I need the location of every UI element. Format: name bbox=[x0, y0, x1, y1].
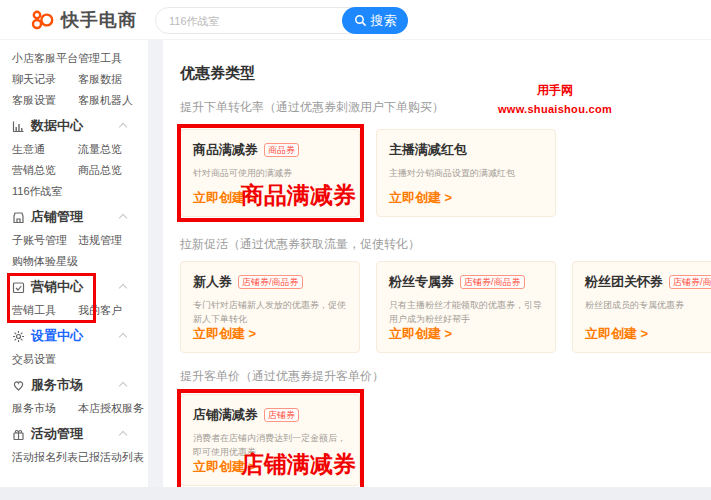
sidebar-item-cs-settings[interactable]: 客服设置 bbox=[12, 90, 56, 111]
sidebar-item-marketing-tools[interactable]: 营销工具 bbox=[12, 300, 56, 321]
red-annotation-text: 商品满减券 bbox=[241, 180, 356, 211]
sidebar-section-label: 服务市场 bbox=[31, 374, 83, 396]
sidebar-item-my-customers[interactable]: 我的客户 bbox=[78, 300, 122, 321]
card-desc: 专门针对店铺新人发放的优惠券，促使新人下单转化 bbox=[193, 298, 347, 326]
sidebar-item-authorized-services[interactable]: 本店授权服务 bbox=[78, 398, 144, 419]
chevron-up-icon bbox=[119, 382, 127, 390]
sidebar-group-settings-center: 设置中心 交易设置 bbox=[0, 325, 148, 370]
create-now-link[interactable]: 立即创建 > bbox=[193, 458, 256, 476]
top-header: 快手电商 搜索 bbox=[0, 0, 711, 40]
app-title: 快手电商 bbox=[61, 8, 137, 32]
search-box: 搜索 bbox=[155, 7, 407, 34]
sidebar-section-service-market[interactable]: 服务市场 bbox=[0, 374, 148, 396]
card-title: 新人券 bbox=[193, 273, 232, 291]
app-logo[interactable]: 快手电商 bbox=[30, 8, 137, 32]
coupon-type-tag: 店铺券/商品券 bbox=[669, 275, 711, 289]
sidebar-group-data-center: 数据中心 生意通流量总览 营销总览商品总览 116作战室 bbox=[0, 115, 148, 202]
sidebar-section-activity-management[interactable]: 活动管理 bbox=[0, 423, 148, 445]
sidebar-item-trade-settings[interactable]: 交易设置 bbox=[12, 349, 56, 370]
create-now-link[interactable]: 立即创建 > bbox=[585, 325, 648, 343]
sidebar-section-settings-center[interactable]: 设置中心 bbox=[0, 325, 148, 347]
sidebar-section-marketing-center[interactable]: 营销中心 bbox=[0, 276, 148, 298]
watermark-line1: 用手网 bbox=[490, 82, 620, 99]
search-button[interactable]: 搜索 bbox=[342, 7, 408, 34]
sidebar-item-cs-data[interactable]: 客服数据 bbox=[78, 69, 122, 90]
card-row-acquisition: 新人券 店铺券/商品券 专门针对店铺新人发放的优惠券，促使新人下单转化 立即创建… bbox=[180, 261, 711, 353]
sidebar-group-customer-service: 小店客服平台管理工具 聊天记录客服数据 客服设置客服机器人 bbox=[0, 48, 148, 111]
card-fanclub-care-coupon: 粉丝团关怀券 店铺券/商品券 粉丝团成员的专属优惠券 立即创建 > bbox=[572, 261, 711, 353]
chevron-up-icon bbox=[119, 333, 127, 341]
card-shop-full-discount: 店铺满减券 店铺券 消费者在店铺内消费达到一定金额后，即可使用优惠券 立即创建 … bbox=[180, 394, 360, 486]
kuaishou-logo-icon bbox=[30, 8, 54, 32]
sidebar-item-cs-robot[interactable]: 客服机器人 bbox=[78, 90, 133, 111]
app-window: 快手电商 搜索 小店客服平台管理工具 聊天记录客服数据 客服设置客服机器人 bbox=[0, 0, 711, 500]
card-title: 主播满减红包 bbox=[389, 141, 467, 159]
card-title: 商品满减券 bbox=[193, 141, 258, 159]
sidebar-section-data-center[interactable]: 数据中心 bbox=[0, 115, 148, 137]
card-title: 店铺满减券 bbox=[193, 406, 258, 424]
sidebar-item-violation-mgmt[interactable]: 违规管理 bbox=[78, 230, 122, 251]
heart-icon bbox=[12, 378, 25, 391]
sidebar-main-divider bbox=[148, 40, 163, 487]
section-label-conversion: 提升下单转化率（通过优惠券刺激用户下单购买） bbox=[180, 99, 711, 116]
card-body[interactable]: 主播满减红包 主播对分销商品设置的满减红包 立即创建 > bbox=[376, 129, 556, 217]
main-content: 优惠券类型 用手网 www.shuaishou.com 提升下单转化率（通过优惠… bbox=[163, 40, 711, 487]
chevron-up-icon bbox=[119, 214, 127, 222]
section-label-acquisition: 拉新促活（通过优惠券获取流量，促使转化） bbox=[180, 236, 711, 253]
coupon-type-tag: 店铺券/商品券 bbox=[238, 275, 303, 289]
gear-icon bbox=[12, 329, 25, 342]
coupon-type-tag: 商品券 bbox=[264, 143, 299, 157]
sidebar-item-chat-history[interactable]: 聊天记录 bbox=[12, 69, 56, 90]
sidebar-item-activity-signup-list[interactable]: 活动报名列表 bbox=[12, 447, 78, 468]
sidebar-item-shengyitong[interactable]: 生意通 bbox=[12, 139, 45, 160]
sidebar-section-label: 数据中心 bbox=[31, 115, 83, 137]
page-title: 优惠券类型 bbox=[180, 64, 711, 83]
coupon-type-tag: 店铺券/商品券 bbox=[460, 275, 525, 289]
card-newcomer-coupon: 新人券 店铺券/商品券 专门针对店铺新人发放的优惠券，促使新人下单转化 立即创建… bbox=[180, 261, 360, 353]
sidebar-item-marketing-overview[interactable]: 营销总览 bbox=[12, 160, 56, 181]
sidebar-item-admin-tools[interactable]: 管理工具 bbox=[78, 48, 122, 69]
sidebar-item-shopping-experience[interactable]: 购物体验星级 bbox=[12, 251, 78, 272]
card-title: 粉丝专属券 bbox=[389, 273, 454, 291]
sidebar-section-label: 营销中心 bbox=[31, 276, 83, 298]
sidebar-group-service-market: 服务市场 服务市场本店授权服务 bbox=[0, 374, 148, 419]
card-body[interactable]: 新人券 店铺券/商品券 专门针对店铺新人发放的优惠券，促使新人下单转化 立即创建… bbox=[180, 261, 360, 353]
card-desc: 只有主播粉丝才能领取的优惠券，引导用户成为粉丝好帮手 bbox=[389, 298, 543, 326]
chevron-up-icon bbox=[119, 123, 127, 131]
coupon-type-tag: 店铺券 bbox=[264, 408, 299, 422]
card-row-conversion: 商品满减券 商品券 针对商品可使用的满减券 立即创建 > 商品满减券 主播满减红… bbox=[180, 129, 711, 217]
sidebar-section-shop-management[interactable]: 店铺管理 bbox=[0, 206, 148, 228]
gift-icon bbox=[12, 427, 25, 440]
card-body[interactable]: 店铺满减券 店铺券 消费者在店铺内消费达到一定金额后，即可使用优惠券 立即创建 … bbox=[180, 394, 360, 486]
create-now-link[interactable]: 立即创建 > bbox=[193, 189, 256, 207]
sidebar-group-activity-management: 活动管理 活动报名列表已报活动列表 bbox=[0, 423, 148, 468]
sidebar-item-subaccount-mgmt[interactable]: 子账号管理 bbox=[12, 230, 67, 251]
sidebar-group-shop-management: 店铺管理 子账号管理违规管理 购物体验星级 bbox=[0, 206, 148, 272]
sidebar: 小店客服平台管理工具 聊天记录客服数据 客服设置客服机器人 数据中心 生意通流量… bbox=[0, 40, 148, 487]
card-fan-exclusive-coupon: 粉丝专属券 店铺券/商品券 只有主播粉丝才能领取的优惠券，引导用户成为粉丝好帮手… bbox=[376, 261, 556, 353]
card-title: 粉丝团关怀券 bbox=[585, 273, 663, 291]
card-desc: 主播对分销商品设置的满减红包 bbox=[389, 166, 543, 180]
sidebar-item-product-overview[interactable]: 商品总览 bbox=[78, 160, 122, 181]
create-now-link[interactable]: 立即创建 > bbox=[193, 325, 256, 343]
card-body[interactable]: 粉丝专属券 店铺券/商品券 只有主播粉丝才能领取的优惠券，引导用户成为粉丝好帮手… bbox=[376, 261, 556, 353]
card-body[interactable]: 粉丝团关怀券 店铺券/商品券 粉丝团成员的专属优惠券 立即创建 > bbox=[572, 261, 711, 353]
sidebar-item-116-war-room[interactable]: 116作战室 bbox=[12, 181, 63, 202]
card-streamer-red-packet: 主播满减红包 主播对分销商品设置的满减红包 立即创建 > bbox=[376, 129, 556, 217]
shop-icon bbox=[12, 210, 25, 223]
card-product-full-discount: 商品满减券 商品券 针对商品可使用的满减券 立即创建 > 商品满减券 bbox=[180, 129, 360, 217]
card-desc: 消费者在店铺内消费达到一定金额后，即可使用优惠券 bbox=[193, 431, 347, 459]
sidebar-item-signed-activity-list[interactable]: 已报活动列表 bbox=[78, 447, 144, 468]
chevron-up-icon bbox=[119, 431, 127, 439]
sidebar-item-traffic-overview[interactable]: 流量总览 bbox=[78, 139, 122, 160]
sidebar-item-service-market[interactable]: 服务市场 bbox=[12, 398, 56, 419]
bar-chart-icon bbox=[12, 119, 25, 132]
sidebar-group-marketing-center: 营销中心 营销工具我的客户 bbox=[0, 276, 148, 321]
bottom-band bbox=[0, 487, 711, 500]
card-desc: 粉丝团成员的专属优惠券 bbox=[585, 298, 711, 312]
section-label-order-value: 提升客单价（通过优惠券提升客单价） bbox=[180, 368, 711, 385]
card-body[interactable]: 商品满减券 商品券 针对商品可使用的满减券 立即创建 > 商品满减券 bbox=[180, 129, 360, 217]
create-now-link[interactable]: 立即创建 > bbox=[389, 189, 452, 207]
create-now-link[interactable]: 立即创建 > bbox=[389, 325, 452, 343]
sidebar-item-shop-cs-platform[interactable]: 小店客服平台 bbox=[12, 48, 78, 69]
